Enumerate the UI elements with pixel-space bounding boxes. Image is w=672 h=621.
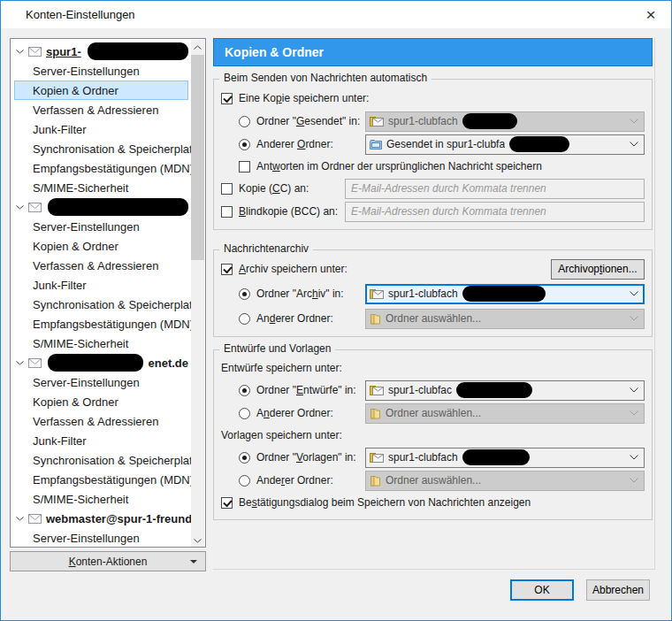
ok-button[interactable]: OK <box>510 579 574 601</box>
sidebar-item-kopien-ordner[interactable]: Kopien & Ordner <box>14 392 188 411</box>
sidebar-item-label: Junk-Filter <box>33 434 87 448</box>
archive-other-dropdown[interactable]: Ordner auswählen... <box>365 309 645 329</box>
drafts-other-label[interactable]: Anderer Ordner: <box>256 407 333 419</box>
close-icon[interactable]: × <box>630 1 671 28</box>
tree-scrollbar[interactable] <box>191 40 204 548</box>
templates-folder-row: Ordner "Vorlagen" in: spur1-clubfach <box>239 446 645 469</box>
sidebar-item-synchronisation-speicherplatz[interactable]: Synchronisation & Speicherplatz <box>14 450 188 470</box>
drafts-other-dropdown[interactable]: Ordner auswählen... <box>365 403 645 424</box>
konten-aktionen-button[interactable]: Konten-Aktionen <box>10 551 206 571</box>
account-row[interactable]: enet.de <box>14 353 188 372</box>
templates-other-radio[interactable] <box>239 475 250 487</box>
drafts-group-legend: Entwürfe und Vorlagen <box>219 342 335 355</box>
chevron-down-icon <box>16 50 24 54</box>
drafts-folder-dropdown[interactable]: spur1-clubfac <box>365 380 645 401</box>
sidebar-item-empfangsbestaetigungen-mdn[interactable]: Empfangsbestätigungen (MDN) <box>14 470 188 489</box>
cancel-button[interactable]: Abbrechen <box>586 579 650 601</box>
sidebar-item-verfassen-adressieren[interactable]: Verfassen & Adressieren <box>14 100 188 119</box>
replies-checkbox-label[interactable]: Antworten im Ordner der ursprünglichen N… <box>256 160 542 172</box>
sidebar-item-empfangsbestaetigungen-mdn[interactable]: Empfangsbestätigungen (MDN) <box>14 314 188 334</box>
archive-checkbox-label[interactable]: Archiv speichern unter: <box>239 263 347 275</box>
copy-checkbox-label[interactable]: Eine Kopie speichern unter: <box>239 92 369 104</box>
templates-folder-radio[interactable] <box>239 452 250 464</box>
account-icon <box>370 289 384 299</box>
templates-folder-label[interactable]: Ordner "Vorlagen" in: <box>256 451 356 464</box>
archive-folder-label[interactable]: Ordner "Archiv" in: <box>256 288 344 300</box>
confirm-checkbox[interactable] <box>221 497 233 509</box>
konten-aktionen-label: Konten-Aktionen <box>69 556 148 568</box>
other-folder-dropdown[interactable]: Gesendet in spur1-clubfa <box>365 134 645 155</box>
sidebar-item-label: Server-Einstellungen <box>33 220 140 234</box>
scroll-down-icon[interactable] <box>191 533 204 548</box>
envelope-icon <box>28 47 42 57</box>
drafts-other-row: Anderer Ordner: Ordner auswählen... <box>239 402 645 425</box>
templates-folder-dropdown[interactable]: spur1-clubfach <box>365 448 645 468</box>
drafts-folder-radio[interactable] <box>239 385 250 396</box>
sidebar-item-server-einstellungen[interactable]: Server-Einstellungen <box>14 61 188 80</box>
scroll-up-icon[interactable] <box>191 40 204 54</box>
scrollbar-thumb[interactable] <box>191 55 204 260</box>
sidebar-item-server-einstellungen[interactable]: Server-Einstellungen <box>14 217 188 236</box>
sidebar-item-junk-filter[interactable]: Junk-Filter <box>14 119 188 139</box>
sidebar-item-verfassen-adressieren[interactable]: Verfassen & Adressieren <box>14 256 188 275</box>
sidebar-item-junk-filter[interactable]: Junk-Filter <box>14 431 188 450</box>
sidebar-item-empfangsbestaetigungen-mdn[interactable]: Empfangsbestätigungen (MDN) <box>14 158 188 178</box>
sidebar-item-server-einstellungen[interactable]: Server-Einstellungen <box>14 372 188 392</box>
chevron-down-icon <box>630 478 638 483</box>
sidebar-item-s-mime-sicherheit[interactable]: S/MIME-Sicherheit <box>14 334 188 353</box>
drafts-other-value: Ordner auswählen... <box>386 407 481 419</box>
bcc-checkbox-label[interactable]: Blindkopie (BCC) an: <box>239 205 338 218</box>
other-folder-value: Gesendet in spur1-clubfa <box>386 138 505 150</box>
account-row[interactable] <box>14 197 188 217</box>
sidebar-item-s-mime-sicherheit[interactable]: S/MIME-Sicherheit <box>14 489 188 509</box>
drafts-folder-label[interactable]: Ordner "Entwürfe" in: <box>256 384 356 396</box>
cc-checkbox[interactable] <box>221 183 233 195</box>
sent-folder-radio[interactable] <box>239 116 250 127</box>
templates-other-label[interactable]: Anderer Ordner: <box>256 474 333 487</box>
account-icon <box>370 117 384 126</box>
archive-checkbox[interactable] <box>221 264 233 275</box>
redaction <box>88 42 188 60</box>
sidebar-item-label: Junk-Filter <box>33 123 87 136</box>
other-folder-label[interactable]: Anderer Ordner: <box>256 138 333 150</box>
archive-other-radio[interactable] <box>239 313 250 325</box>
sidebar-item-synchronisation-speicherplatz[interactable]: Synchronisation & Speicherplatz <box>14 295 188 314</box>
sidebar-item-server-einstellungen[interactable]: Server-Einstellungen <box>14 528 188 548</box>
confirm-checkbox-label[interactable]: Bestätigungsdialog beim Speichern von Na… <box>239 496 531 509</box>
redaction <box>462 449 530 465</box>
sidebar-item-junk-filter[interactable]: Junk-Filter <box>14 275 188 295</box>
archive-folder-radio[interactable] <box>239 288 250 300</box>
archive-folder-dropdown[interactable]: spur1-clubfach <box>365 284 645 304</box>
cc-checkbox-label[interactable]: Kopie (CC) an: <box>239 182 309 195</box>
templates-folder-value: spur1-clubfach <box>388 451 458 464</box>
archive-other-label[interactable]: Anderer Ordner: <box>256 312 333 325</box>
sent-folder-dropdown[interactable]: spur1-clubfach <box>365 111 645 132</box>
sidebar-item-kopien-ordner[interactable]: Kopien & Ordner <box>14 236 188 256</box>
sidebar-item-label: Synchronisation & Speicherplatz <box>33 298 198 311</box>
replies-checkbox[interactable] <box>239 161 250 172</box>
templates-other-dropdown[interactable]: Ordner auswählen... <box>365 471 645 491</box>
archive-options-button[interactable]: Archivoptionen... <box>551 259 645 280</box>
chevron-down-icon <box>630 119 638 124</box>
other-folder-radio[interactable] <box>239 139 250 150</box>
archive-folder-value: spur1-clubfach <box>388 288 458 300</box>
sidebar-item-synchronisation-speicherplatz[interactable]: Synchronisation & Speicherplatz <box>14 139 188 158</box>
drafts-other-radio[interactable] <box>239 408 250 419</box>
copy-checkbox[interactable] <box>221 93 233 104</box>
bcc-address-input[interactable] <box>345 202 645 222</box>
sidebar-item-kopien-ordner[interactable]: Kopien & Ordner <box>14 80 188 100</box>
account-row[interactable]: webmaster@spur-1-freund... <box>14 509 188 528</box>
sidebar-item-label: Kopien & Ordner <box>33 395 118 409</box>
konten-einstellungen-dialog: Konten-Einstellungen × spur1-Server-Eins… <box>0 0 672 621</box>
redaction <box>48 198 188 216</box>
bcc-checkbox[interactable] <box>221 206 233 218</box>
sent-folder-label[interactable]: Ordner "Gesendet" in: <box>256 115 360 127</box>
sidebar-item-s-mime-sicherheit[interactable]: S/MIME-Sicherheit <box>14 178 188 197</box>
account-row[interactable]: spur1- <box>14 42 188 61</box>
sidebar-item-label: S/MIME-Sicherheit <box>33 337 128 350</box>
cc-address-input[interactable] <box>345 179 645 199</box>
sidebar-item-verfassen-adressieren[interactable]: Verfassen & Adressieren <box>14 411 188 431</box>
redaction <box>48 354 143 372</box>
chevron-down-icon <box>630 410 638 416</box>
sidebar-item-label: Empfangsbestätigungen (MDN) <box>33 473 194 487</box>
